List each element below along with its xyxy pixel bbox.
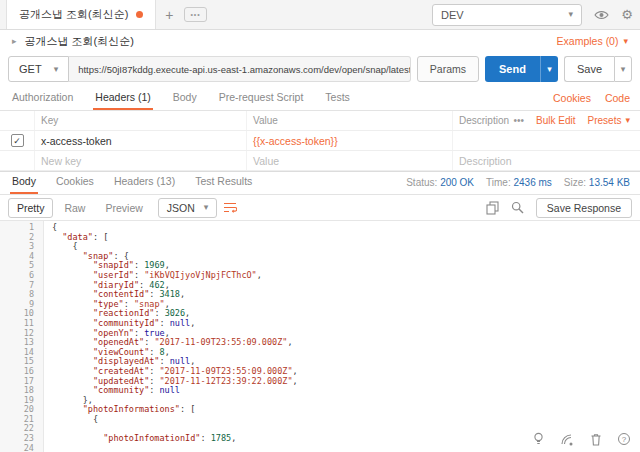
request-tab-body[interactable]: Body <box>171 87 199 110</box>
grid-overflow-button[interactable]: ••• <box>514 115 525 126</box>
request-tabs: AuthorizationHeaders (1)BodyPre-request … <box>10 87 352 110</box>
response-tab-cookies[interactable]: Cookies <box>54 171 96 194</box>
presets-button[interactable]: Presets ▾ <box>588 115 630 126</box>
language-select[interactable]: JSON ▾ <box>158 198 218 218</box>
new-tab-button[interactable]: + <box>156 3 182 27</box>
url-input[interactable]: https://50jI87kddg.execute-api.us-east-1… <box>69 56 411 82</box>
response-tab-test-results[interactable]: Test Results <box>193 171 254 194</box>
response-tab-headers-13[interactable]: Headers (13) <box>112 171 177 194</box>
code-editor[interactable]: 1{2 "data": [3 {4 "snap": {5 "snapId": 1… <box>0 221 640 452</box>
interceptor-button[interactable] <box>560 433 574 446</box>
header-description-cell[interactable] <box>452 131 640 150</box>
header-enabled-checkbox[interactable]: ✓ <box>11 134 24 147</box>
code-line: 2 "data": [ <box>0 233 640 243</box>
trash-button[interactable] <box>590 433 602 446</box>
request-tab-tests[interactable]: Tests <box>323 87 352 110</box>
response-toolbar-right: Save Response <box>486 198 632 218</box>
copy-response-button[interactable] <box>486 201 499 215</box>
request-tab[interactable]: 공개스냅 조회(최신순) <box>6 0 156 29</box>
examples-dropdown[interactable]: Examples (0) ▾ <box>557 35 628 47</box>
environment-select[interactable]: DEV ▾ <box>432 4 582 26</box>
line-number: 11 <box>0 319 44 329</box>
line-number: 16 <box>0 367 44 377</box>
examples-label: Examples (0) <box>557 35 619 47</box>
line-number: 7 <box>0 281 44 291</box>
request-tabs-row: AuthorizationHeaders (1)BodyPre-request … <box>0 86 640 111</box>
response-tabs: BodyCookiesHeaders (13)Test Results <box>10 171 254 194</box>
tab-title: 공개스냅 조회(최신순) <box>19 7 128 22</box>
checkbox-column-header <box>0 111 34 130</box>
gear-icon: ⚙ <box>621 7 633 22</box>
chevron-down-icon: ▾ <box>54 65 59 74</box>
header-key-cell[interactable]: x-access-token <box>34 131 246 150</box>
method-select[interactable]: GET ▾ <box>8 56 69 82</box>
new-description-input[interactable]: Description <box>452 151 640 170</box>
code-line: 21 { <box>0 415 640 425</box>
headers-editor: Key Value Description ••• Bulk Edit Pres… <box>0 111 640 171</box>
environment-quicklook-button[interactable] <box>588 3 614 27</box>
chevron-down-icon: ▾ <box>547 65 552 74</box>
help-button[interactable]: ? <box>618 433 630 445</box>
save-button[interactable]: Save <box>564 56 614 82</box>
bulk-edit-button[interactable]: Bulk Edit <box>536 115 575 126</box>
bootcamp-button[interactable] <box>533 432 544 446</box>
cookies-link[interactable]: Cookies <box>553 92 591 104</box>
new-key-input[interactable]: New key <box>34 151 246 170</box>
view-mode-switch: PrettyRawPreview <box>8 198 152 218</box>
view-mode-pretty[interactable]: Pretty <box>8 198 53 218</box>
size-badge: Size: 13.54 KB <box>564 177 630 188</box>
line-number: 17 <box>0 377 44 387</box>
chevron-down-icon: ▾ <box>625 116 630 125</box>
chevron-down-icon: ▾ <box>568 10 573 19</box>
postman-app: 공개스냅 조회(최신순) + ••• DEV ▾ ⚙ ▸ 공개스냅 조회(최신순… <box>0 0 640 452</box>
line-number: 15 <box>0 357 44 367</box>
send-options-button[interactable]: ▾ <box>540 56 558 82</box>
language-value: JSON <box>167 202 195 214</box>
view-mode-raw[interactable]: Raw <box>55 198 94 218</box>
line-number: 21 <box>0 415 44 425</box>
column-header-value: Value <box>246 111 452 130</box>
line-number: 23 <box>0 434 44 444</box>
send-button[interactable]: Send <box>485 56 540 82</box>
search-icon <box>511 201 524 214</box>
send-button-group: Send ▾ <box>485 56 558 82</box>
trash-icon <box>590 433 602 446</box>
chevron-down-icon: ▾ <box>623 37 628 46</box>
code-link[interactable]: Code <box>605 92 630 104</box>
response-body-viewer: 1{2 "data": [3 {4 "snap": {5 "snapId": 1… <box>0 221 640 452</box>
headers-grid-controls: ••• Bulk Edit Presets ▾ <box>514 115 634 126</box>
new-value-input[interactable]: Value <box>246 151 452 170</box>
view-mode-preview[interactable]: Preview <box>96 198 151 218</box>
settings-button[interactable]: ⚙ <box>614 3 640 27</box>
line-number: 9 <box>0 300 44 310</box>
save-button-group: Save ▾ <box>564 56 632 82</box>
method-value: GET <box>19 63 42 75</box>
save-response-button[interactable]: Save Response <box>536 198 632 218</box>
header-value-cell[interactable]: {{x-access-token}} <box>246 131 452 150</box>
wrap-text-button[interactable] <box>223 201 237 214</box>
tab-overflow-button[interactable]: ••• <box>184 7 206 22</box>
eye-icon <box>594 9 609 21</box>
status-bar-icons: ? <box>533 432 630 446</box>
save-options-button[interactable]: ▾ <box>614 56 632 82</box>
request-title-row: ▸ 공개스냅 조회(최신순) Examples (0) ▾ <box>0 30 640 52</box>
response-meta: Status: 200 OK Time: 2436 ms Size: 13.54… <box>406 177 630 194</box>
search-response-button[interactable] <box>511 201 524 214</box>
wrap-text-icon <box>223 201 237 214</box>
chevron-down-icon: ▾ <box>204 203 209 212</box>
params-button[interactable]: Params <box>417 56 479 82</box>
request-tab-authorization[interactable]: Authorization <box>10 87 75 110</box>
request-tab-pre-request-script[interactable]: Pre-request Script <box>217 87 306 110</box>
collapse-caret-icon[interactable]: ▸ <box>12 36 17 46</box>
line-number: 8 <box>0 290 44 300</box>
column-header-key: Key <box>34 111 246 130</box>
line-number: 18 <box>0 386 44 396</box>
request-tab-headers-1[interactable]: Headers (1) <box>93 87 152 110</box>
response-tab-body[interactable]: Body <box>10 171 38 194</box>
question-icon: ? <box>622 435 626 444</box>
environment-value: DEV <box>441 9 464 21</box>
response-tabs-row: BodyCookiesHeaders (13)Test Results Stat… <box>0 171 640 195</box>
line-number: 13 <box>0 338 44 348</box>
line-number: 24 <box>0 444 44 452</box>
line-number: 6 <box>0 271 44 281</box>
